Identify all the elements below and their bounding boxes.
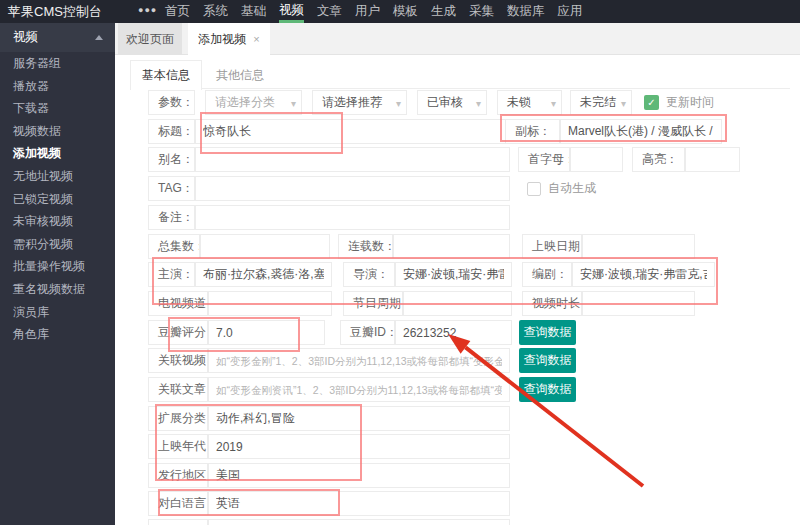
nav-system[interactable]: 系统 bbox=[203, 0, 228, 23]
initial-input[interactable] bbox=[570, 147, 623, 172]
sidebar-group-label: 视频 bbox=[13, 30, 38, 44]
field-label-release-year: 上映年代： bbox=[148, 434, 208, 459]
alias-input[interactable] bbox=[195, 147, 510, 172]
nav-app[interactable]: 应用 bbox=[558, 0, 583, 23]
field-label-total-episodes: 总集数： bbox=[148, 234, 200, 259]
tag-input[interactable] bbox=[195, 176, 510, 201]
sidebar-item-unaudited-video[interactable]: 未审核视频 bbox=[0, 210, 115, 233]
field-label-tv-channel: 电视频道： bbox=[148, 291, 208, 316]
related-video-input[interactable] bbox=[208, 348, 510, 373]
highlight-input[interactable] bbox=[685, 147, 740, 172]
lock-select-value: 未锁 bbox=[507, 95, 531, 109]
sidebar-item-batch-operate-video[interactable]: 批量操作视频 bbox=[0, 255, 115, 278]
lock-select[interactable]: 未锁 ▾ bbox=[497, 90, 562, 115]
auto-generate-checkbox[interactable] bbox=[527, 182, 541, 196]
close-icon[interactable]: × bbox=[253, 33, 259, 45]
category-select-value: 请选择分类 bbox=[215, 95, 275, 109]
release-date-input[interactable] bbox=[582, 234, 695, 259]
query-video-button[interactable]: 查询数据 bbox=[519, 348, 576, 373]
sidebar-item-video-data[interactable]: 视频数据 bbox=[0, 120, 115, 143]
related-article-input[interactable] bbox=[208, 377, 510, 402]
field-label-highlight: 高亮： bbox=[632, 147, 685, 172]
auto-generate-checkbox-label[interactable]: 自动生成 bbox=[548, 176, 596, 201]
title-input[interactable] bbox=[195, 119, 510, 144]
field-label-related-video: 关联视频： bbox=[148, 348, 208, 373]
serial-count-input[interactable] bbox=[393, 234, 510, 259]
field-label-director: 导演： bbox=[343, 262, 395, 287]
director-input[interactable] bbox=[395, 262, 512, 287]
sidebar-item-locked-video[interactable]: 已锁定视频 bbox=[0, 188, 115, 211]
audit-select[interactable]: 已审核 ▾ bbox=[417, 90, 487, 115]
tabbar: 欢迎页面 添加视频× bbox=[115, 23, 800, 55]
sidebar-item-role-library[interactable]: 角色库 bbox=[0, 323, 115, 346]
douban-score-input[interactable] bbox=[208, 320, 325, 345]
release-year-input[interactable] bbox=[208, 434, 510, 459]
sidebar-item-server-group[interactable]: 服务器组 bbox=[0, 52, 115, 75]
screenwriter-input[interactable] bbox=[572, 262, 715, 287]
query-article-button[interactable]: 查询数据 bbox=[519, 377, 576, 402]
chevron-down-icon: ▾ bbox=[476, 92, 481, 115]
release-region-input[interactable] bbox=[208, 463, 510, 488]
query-douban-button[interactable]: 查询数据 bbox=[519, 320, 576, 345]
topbar: 苹果CMS控制台 ●●● 首页 系统 基础 视频 文章 用户 模板 生成 采集 … bbox=[0, 0, 800, 23]
audit-select-value: 已审核 bbox=[427, 95, 463, 109]
field-label-starring: 主演： bbox=[148, 262, 195, 287]
field-label-alias: 别名： bbox=[148, 147, 195, 172]
field-label-program-cycle: 节目周期： bbox=[343, 291, 403, 316]
duration-input[interactable] bbox=[582, 291, 695, 316]
recommend-select[interactable]: 请选择推荐 ▾ bbox=[312, 90, 407, 115]
update-time-checkbox-label[interactable]: 更新时间 bbox=[666, 90, 714, 115]
sidebar-item-player[interactable]: 播放器 bbox=[0, 75, 115, 98]
collapse-arrow-icon bbox=[95, 35, 103, 40]
sidebar-item-no-address-video[interactable]: 无地址视频 bbox=[0, 165, 115, 188]
sidebar-item-downloader[interactable]: 下载器 bbox=[0, 97, 115, 120]
nav-home[interactable]: 首页 bbox=[165, 0, 190, 23]
field-label-release-region: 发行地区： bbox=[148, 463, 208, 488]
sidebar-item-duplicate-video-data[interactable]: 重名视频数据 bbox=[0, 278, 115, 301]
tv-channel-input[interactable] bbox=[208, 291, 332, 316]
dialogue-language-input[interactable] bbox=[208, 491, 510, 516]
sidebar: 视频 服务器组 播放器 下载器 视频数据 添加视频 无地址视频 已锁定视频 未审… bbox=[0, 23, 115, 525]
field-label-douban-id: 豆瓣ID： bbox=[340, 320, 395, 345]
field-label-initial: 首字母： bbox=[518, 147, 570, 172]
total-episodes-input[interactable] bbox=[200, 234, 330, 259]
sidebar-item-points-video[interactable]: 需积分视频 bbox=[0, 233, 115, 256]
update-time-checkbox[interactable]: ✓ bbox=[644, 95, 659, 110]
field-label-tag: TAG： bbox=[148, 176, 195, 201]
field-label-remark: 备注： bbox=[148, 205, 195, 230]
nav-template[interactable]: 模板 bbox=[393, 0, 418, 23]
nav-collect[interactable]: 采集 bbox=[469, 0, 494, 23]
nav-generate[interactable]: 生成 bbox=[431, 0, 456, 23]
check-icon: ✓ bbox=[647, 97, 655, 108]
field-label-douban-score: 豆瓣评分： bbox=[148, 320, 208, 345]
remark-input[interactable] bbox=[195, 205, 510, 230]
chevron-down-icon: ▾ bbox=[551, 92, 556, 115]
tab-welcome[interactable]: 欢迎页面 bbox=[118, 23, 182, 55]
tab-add-video[interactable]: 添加视频× bbox=[188, 23, 270, 55]
tab-add-video-label: 添加视频 bbox=[198, 32, 246, 46]
finish-select[interactable]: 未完结 ▾ bbox=[570, 90, 632, 115]
nav-basic[interactable]: 基础 bbox=[241, 0, 266, 23]
field-label-extended-category: 扩展分类： bbox=[148, 406, 208, 431]
finish-select-value: 未完结 bbox=[580, 95, 616, 109]
sidebar-item-actor-library[interactable]: 演员库 bbox=[0, 301, 115, 324]
extended-category-input[interactable] bbox=[208, 406, 510, 431]
starring-input[interactable] bbox=[195, 262, 332, 287]
sidebar-group-video[interactable]: 视频 bbox=[0, 23, 115, 52]
tab-welcome-label: 欢迎页面 bbox=[126, 32, 174, 46]
partial-next-field bbox=[208, 519, 510, 525]
sidebar-item-add-video[interactable]: 添加视频 bbox=[0, 142, 115, 165]
more-menu-icon[interactable]: ●●● bbox=[138, 0, 157, 23]
nav-user[interactable]: 用户 bbox=[355, 0, 380, 23]
tab-other-info[interactable]: 其他信息 bbox=[216, 60, 264, 90]
tab-basic-info[interactable]: 基本信息 bbox=[130, 60, 202, 90]
nav-article[interactable]: 文章 bbox=[317, 0, 342, 23]
chevron-down-icon: ▾ bbox=[291, 92, 296, 115]
program-cycle-input[interactable] bbox=[403, 291, 512, 316]
subtitle-input[interactable] bbox=[560, 119, 722, 144]
nav-database[interactable]: 数据库 bbox=[507, 0, 545, 23]
field-label-dialogue-language: 对白语言： bbox=[148, 491, 208, 516]
nav-video[interactable]: 视频 bbox=[279, 0, 304, 23]
category-select[interactable]: 请选择分类 ▾ bbox=[205, 90, 302, 115]
douban-id-input[interactable] bbox=[395, 320, 512, 345]
